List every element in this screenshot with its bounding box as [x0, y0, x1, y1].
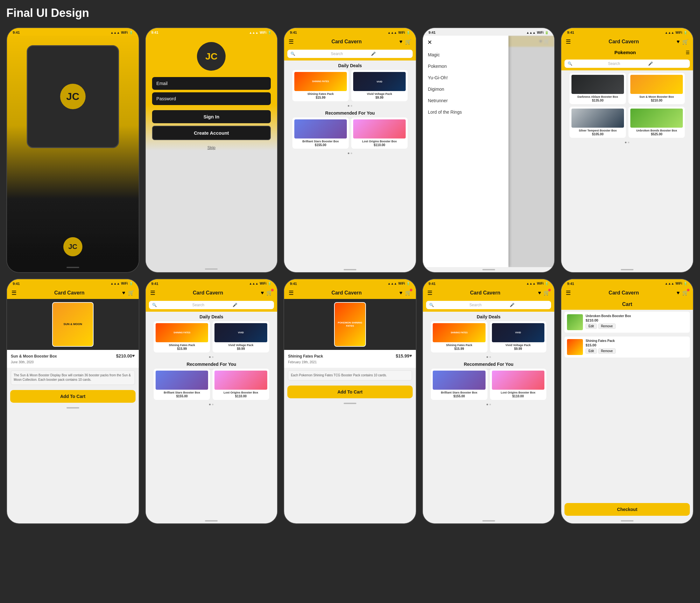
menu-icon[interactable]: ☰	[289, 38, 294, 45]
home-indicator	[344, 269, 356, 270]
email-field[interactable]: Email	[152, 77, 271, 90]
carousel-dots	[146, 355, 277, 359]
product-card-brilliant[interactable]: Brilliant Stars Booster Box $155.00	[154, 369, 210, 400]
status-icons: ▲▲▲ WiFi 🔋	[526, 31, 549, 34]
category-header: Pokemon ☰	[561, 48, 693, 57]
edit-button[interactable]: Edit	[585, 348, 597, 354]
menu-item-lotr[interactable]: Lord of the Rings	[423, 106, 508, 118]
card-label: Shining Fates Pack	[156, 343, 208, 347]
nav-icons: ♥ 🛒	[399, 39, 411, 45]
product-card-sunmoon[interactable]: Sun & Moon Booster Box $210.00	[628, 73, 685, 104]
dot	[212, 404, 214, 405]
product-card-vivid[interactable]: VIVID Vivid Voltage Pack $9.99	[490, 321, 546, 353]
cart-icon[interactable]: 🛒	[266, 290, 273, 296]
wifi-icon: WiFi	[537, 282, 544, 285]
daily-deals-title: Daily Deals	[284, 61, 416, 70]
cart-icon[interactable]: 🛒	[682, 290, 689, 296]
password-field[interactable]: Password	[152, 92, 271, 105]
product-card-lost[interactable]: Lost Origins Booster Box $110.00	[212, 369, 269, 400]
status-bar: 9:41 ▲▲▲ WiFi 🔋	[423, 279, 555, 287]
status-bar: 9:41 ▲▲▲ WiFi 🔋	[146, 279, 277, 287]
product-card-unbroken[interactable]: Unbroken Bonds Booster Box $525.00	[628, 107, 685, 138]
cart-icon[interactable]: 🛒	[128, 290, 134, 296]
add-to-cart-button[interactable]: Add To Cart	[10, 390, 135, 403]
close-icon[interactable]: ✕	[423, 35, 508, 49]
card-img	[294, 119, 347, 139]
menu-icon[interactable]: ☰	[289, 289, 294, 296]
menu-icon[interactable]: ☰	[566, 289, 571, 296]
create-account-button[interactable]: Create Account	[152, 126, 271, 140]
cart-item-actions: Edit Remove	[585, 323, 687, 329]
cart-icon[interactable]: 🛒	[405, 290, 411, 296]
remove-button[interactable]: Remove	[598, 323, 616, 329]
home-content: Daily Deals SHINING FATES Shining Fates …	[284, 61, 416, 267]
heart-favorite-icon[interactable]: ♥	[132, 353, 134, 358]
carousel-dots-2	[146, 403, 277, 407]
battery-icon: 🔋	[268, 282, 271, 285]
heart-icon[interactable]: ♥	[399, 290, 402, 296]
signin-button[interactable]: Sign In	[152, 110, 271, 123]
menu-item-netrunner[interactable]: Netrunner	[423, 95, 508, 106]
dot	[351, 105, 352, 107]
heart-icon[interactable]: ♥	[538, 290, 541, 296]
product-card-lost[interactable]: Lost Origins Booster Box $110.00	[490, 369, 546, 400]
pack-visual: SHINING FATES	[433, 323, 485, 342]
menu-item-pokemon[interactable]: Pokemon	[423, 61, 508, 72]
card-img	[433, 370, 485, 390]
filter-icon[interactable]: ☰	[686, 50, 690, 55]
card-img	[572, 108, 624, 128]
splash-content: JC	[7, 35, 139, 232]
product-card-shining[interactable]: SHINING FATES Shining Fates Pack $15.99	[154, 321, 210, 353]
menu-item-yugioh[interactable]: Yu-Gi-Oh!	[423, 72, 508, 83]
remove-button[interactable]: Remove	[598, 348, 616, 354]
product-card-shining[interactable]: SHINING FATES Shining Fates Pack $15.99	[293, 70, 349, 101]
phone-product-detail: 9:41 ▲▲▲ WiFi 🔋 ☰ Card Cavern ♥ 🛒 SUN & …	[6, 279, 140, 524]
product-card-darkness[interactable]: Darkness Ablaze Booster Box $135.00	[570, 73, 626, 104]
heart-favorite-icon[interactable]: ♥	[409, 353, 412, 358]
heart-icon[interactable]: ♥	[399, 39, 402, 45]
heart-icon[interactable]: ♥	[676, 39, 680, 45]
dot	[625, 142, 626, 143]
status-time: 9:41	[151, 282, 158, 286]
menu-icon[interactable]: ☰	[427, 289, 432, 296]
app-title: Card Cavern	[609, 290, 639, 296]
search-input-wrap[interactable]: 🔍 Search 🎤	[149, 301, 274, 309]
search-input-wrap[interactable]: 🔍 Search 🎤	[426, 301, 551, 309]
phone-shining-detail: 9:41 ▲▲▲ WiFi 🔋 ☰ Card Cavern ♥ 🛒 POKEMO…	[283, 279, 417, 524]
card-img	[492, 370, 544, 390]
home-indicator	[67, 407, 79, 408]
heart-icon[interactable]: ♥	[122, 290, 125, 296]
menu-item-digimon[interactable]: Digimon	[423, 83, 508, 95]
app-title: Card Cavern	[54, 290, 84, 296]
menu-icon[interactable]: ☰	[566, 38, 571, 45]
cart-icon[interactable]: 🛒	[405, 39, 411, 45]
menu-icon[interactable]: ☰	[11, 289, 17, 296]
product-card-silver[interactable]: Silver Tempest Booster Box $105.00	[570, 107, 626, 138]
add-to-cart-button[interactable]: Add To Cart	[287, 386, 413, 398]
cart-item-image	[567, 314, 583, 330]
menu-icon[interactable]: ☰	[150, 289, 155, 296]
status-time: 9:41	[567, 282, 574, 286]
heart-icon[interactable]: ♥	[261, 290, 264, 296]
heart-icon[interactable]: ♥	[676, 290, 680, 296]
menu-item-magic[interactable]: Magic	[423, 49, 508, 61]
status-time: 9:41	[151, 30, 158, 34]
checkout-button[interactable]: Checkout	[565, 503, 690, 516]
status-time: 9:41	[429, 30, 435, 34]
skip-button[interactable]: Skip	[152, 143, 271, 152]
product-card-vivid[interactable]: VIVID Vivid Voltage Pack $9.99	[212, 321, 269, 353]
cart-icon[interactable]: 🛒	[682, 39, 689, 45]
card-label: Shining Fates Pack	[433, 343, 485, 347]
product-card-vivid[interactable]: VIVID Vivid Voltage Pack $9.99	[351, 70, 407, 101]
pack-visual: VIVID	[215, 323, 267, 342]
pack-visual: VIVID	[353, 72, 406, 91]
edit-button[interactable]: Edit	[585, 323, 597, 329]
search-input-wrap[interactable]: 🔍 Search 🎤	[287, 50, 413, 58]
cart-icon[interactable]: 🛒	[544, 290, 550, 296]
product-card-brilliant[interactable]: Brilliant Stars Booster Box $155.00	[293, 118, 349, 149]
product-card-brilliant[interactable]: Brilliant Stars Booster Box $155.00	[431, 369, 487, 400]
product-card-shining[interactable]: SHINING FATES Shining Fates Pack $15.99	[431, 321, 487, 353]
search-input-wrap[interactable]: 🔍 Search 🎤	[565, 59, 690, 68]
product-card-lost[interactable]: Lost Origins Booster Box $110.00	[351, 118, 407, 149]
card-price: $105.00	[572, 132, 624, 136]
